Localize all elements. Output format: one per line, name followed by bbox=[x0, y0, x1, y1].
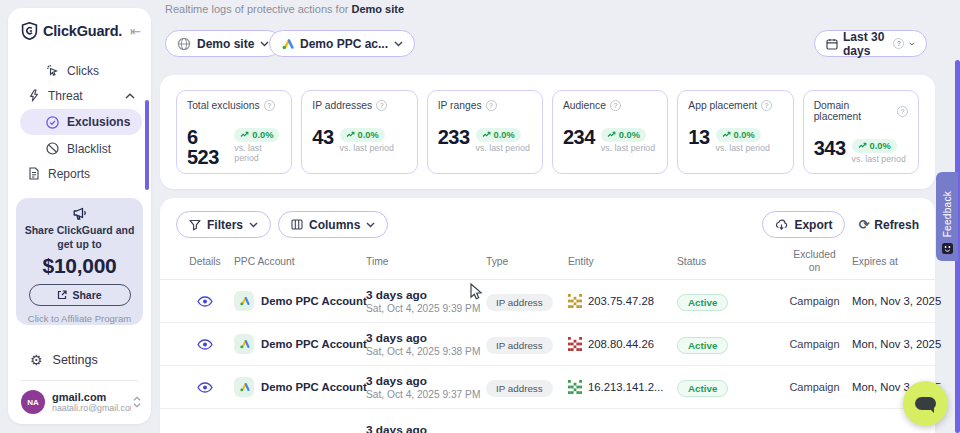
table-row[interactable]: Demo PPC Account 3 days ago Sat, Oct 4, … bbox=[160, 323, 935, 366]
share-button[interactable]: Share bbox=[29, 284, 131, 306]
time-relative: 3 days ago bbox=[366, 288, 486, 302]
status-badge: Active bbox=[677, 337, 728, 354]
delta-badge: 0.0% bbox=[340, 128, 385, 142]
table-row[interactable]: Demo PPC Account 3 days ago Sat, Oct 4, … bbox=[160, 366, 935, 409]
filters-button[interactable]: Filters bbox=[176, 211, 271, 238]
table-header-row: Details PPC Account Time Type Entity Sta… bbox=[160, 244, 935, 280]
col-header-type: Type bbox=[486, 256, 568, 267]
col-header-time: Time bbox=[366, 256, 486, 267]
help-icon[interactable]: ? bbox=[610, 100, 621, 111]
col-header-status: Status bbox=[677, 256, 777, 267]
sidebar-item-label: Reports bbox=[48, 167, 90, 181]
entity-identicon bbox=[568, 337, 582, 351]
status-badge: Active bbox=[677, 294, 728, 311]
sidebar-nav: Clicks Threat Exclusions Blacklist bbox=[8, 58, 151, 186]
globe-icon bbox=[177, 37, 191, 51]
ppc-account-selector-dropdown[interactable]: Demo PPC ac... bbox=[269, 30, 415, 57]
check-circle-icon bbox=[46, 116, 59, 129]
delta-badge: 0.0% bbox=[852, 139, 897, 153]
subtitle-site-name: Demo site bbox=[351, 3, 404, 15]
delta-value: 0.0% bbox=[870, 141, 891, 151]
chat-bubble-icon bbox=[915, 397, 936, 410]
share-button-label: Share bbox=[72, 289, 101, 301]
refresh-button[interactable]: ⟳ Refresh bbox=[858, 218, 919, 232]
sidebar-item-reports[interactable]: Reports bbox=[8, 161, 151, 186]
columns-button[interactable]: Columns bbox=[278, 211, 388, 238]
eye-details-icon[interactable] bbox=[197, 339, 213, 350]
stat-label: IP addresses bbox=[312, 100, 372, 111]
col-header-ppc-account: PPC Account bbox=[234, 256, 366, 267]
status-badge: Active bbox=[677, 380, 728, 397]
sidebar-item-clicks[interactable]: Clicks bbox=[8, 58, 151, 83]
export-button[interactable]: Export bbox=[762, 211, 845, 238]
affiliate-promo-card[interactable]: Share ClickGuard and get up to $10,000 S… bbox=[16, 198, 143, 325]
site-selector-dropdown[interactable]: Demo site bbox=[165, 30, 281, 57]
col-header-excluded-on: Excluded on bbox=[790, 249, 840, 275]
account-switcher[interactable]: NA gmail.com naatali.ro@gmail.com bbox=[21, 390, 141, 414]
expires-at-value: Mon, Nov 3, 2025 bbox=[852, 295, 941, 307]
collapse-sidebar-icon[interactable]: ⇤ bbox=[130, 25, 141, 38]
stat-value: 43 bbox=[312, 127, 333, 147]
delta-value: 0.0% bbox=[358, 130, 379, 140]
sidebar-item-label: Threat bbox=[48, 89, 83, 103]
date-range-dropdown[interactable]: Last 30 days ? bbox=[814, 30, 927, 57]
export-label: Export bbox=[794, 218, 832, 232]
stat-value: 233 bbox=[438, 127, 470, 147]
sidebar-scrollbar-thumb[interactable] bbox=[145, 100, 149, 190]
stat-label: Domain placement bbox=[814, 100, 893, 122]
stat-label: IP ranges bbox=[438, 100, 482, 111]
chat-launcher-button[interactable] bbox=[903, 381, 948, 426]
help-icon[interactable]: ? bbox=[264, 100, 275, 111]
sidebar-item-settings[interactable]: ⚙ Settings bbox=[8, 348, 151, 372]
delta-value: 0.0% bbox=[494, 130, 515, 140]
compare-label: vs. last period bbox=[340, 143, 394, 153]
help-icon: ? bbox=[893, 38, 904, 49]
table-row[interactable]: Demo PPC Account 3 days ago Sat, Oct 4, … bbox=[160, 280, 935, 323]
col-header-details: Details bbox=[176, 256, 234, 267]
stat-card: Domain placement ? 343 0.0% vs. last per… bbox=[803, 90, 919, 174]
stat-label: App placement bbox=[688, 100, 757, 111]
trend-up-icon bbox=[858, 142, 867, 149]
compare-label: vs. last period bbox=[234, 143, 281, 163]
filters-label: Filters bbox=[207, 218, 243, 232]
sidebar-item-exclusions-active[interactable]: Exclusions bbox=[20, 109, 142, 135]
gear-icon: ⚙ bbox=[30, 353, 43, 367]
stat-card: Audience ? 234 0.0% vs. last period bbox=[552, 90, 668, 174]
col-header-entity: Entity bbox=[568, 256, 677, 267]
refresh-icon: ⟳ bbox=[858, 218, 869, 231]
account-name: gmail.com bbox=[52, 391, 131, 403]
chevron-down-icon bbox=[394, 41, 403, 47]
compare-label: vs. last period bbox=[476, 143, 530, 153]
trend-up-icon bbox=[240, 131, 249, 138]
stat-value: 234 bbox=[563, 127, 595, 147]
compare-label: vs. last period bbox=[601, 143, 655, 153]
help-icon[interactable]: ? bbox=[376, 100, 387, 111]
feedback-tab[interactable]: Feedback bbox=[936, 172, 958, 261]
time-relative: 3 days ago bbox=[366, 374, 486, 388]
stats-panel: Total exclusions ? 6 523 0.0% vs. last p… bbox=[160, 75, 935, 189]
chevron-down-icon bbox=[366, 222, 375, 228]
help-icon[interactable]: ? bbox=[897, 106, 908, 117]
eye-details-icon[interactable] bbox=[197, 296, 213, 307]
stat-card: IP addresses ? 43 0.0% vs. last period bbox=[301, 90, 417, 174]
sidebar-item-threat[interactable]: Threat bbox=[8, 83, 151, 108]
time-absolute: Sat, Oct 4, 2025 9:38 PM bbox=[366, 346, 486, 357]
eye-details-icon[interactable] bbox=[197, 382, 213, 393]
entity-identicon bbox=[568, 294, 582, 308]
time-relative: 3 days ago bbox=[366, 331, 486, 345]
columns-icon bbox=[291, 219, 303, 230]
chevron-up-icon[interactable] bbox=[125, 93, 135, 99]
promo-amount: $10,000 bbox=[16, 254, 143, 278]
table-row[interactable]: 3 days ago bbox=[160, 409, 935, 433]
help-icon[interactable]: ? bbox=[486, 100, 497, 111]
calendar-icon bbox=[826, 38, 838, 50]
excluded-on-value: Campaign bbox=[777, 338, 852, 350]
chevron-up-down-icon bbox=[133, 396, 141, 408]
document-icon bbox=[28, 167, 40, 180]
entity-value: 16.213.141.2... bbox=[588, 381, 663, 393]
site-selector-value: Demo site bbox=[197, 37, 254, 51]
ppc-account-selector-value: Demo PPC ac... bbox=[300, 37, 388, 51]
sidebar-item-blacklist[interactable]: Blacklist bbox=[8, 136, 151, 161]
funnel-icon bbox=[189, 219, 201, 231]
help-icon[interactable]: ? bbox=[761, 100, 772, 111]
